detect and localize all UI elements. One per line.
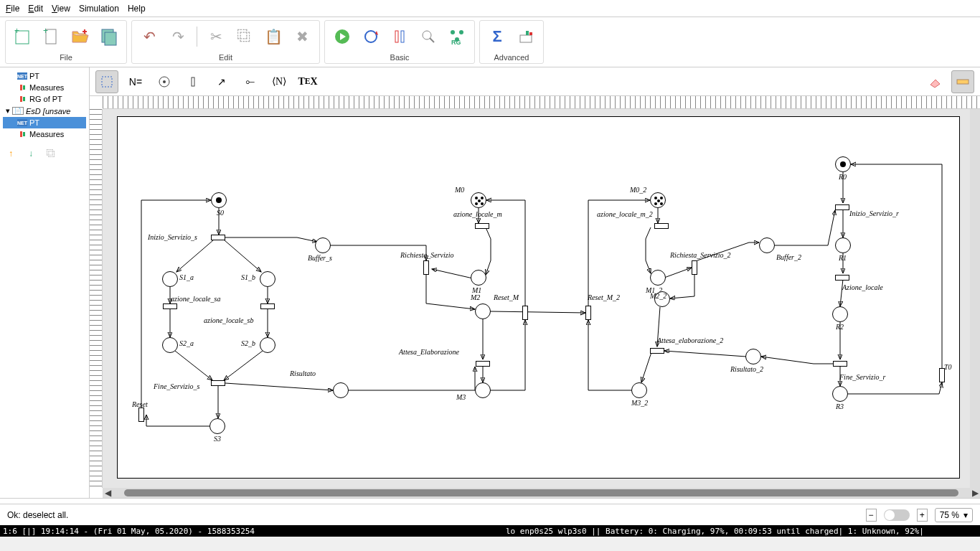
place-M3[interactable]	[475, 382, 491, 398]
zoom-in-icon[interactable]: +	[917, 509, 928, 522]
tree-pt[interactable]: NETPT	[3, 70, 86, 82]
sigma-icon[interactable]: Σ	[487, 27, 507, 47]
place-M2[interactable]	[475, 303, 491, 319]
redo-icon[interactable]: ↷	[168, 27, 188, 47]
place-Risultato[interactable]	[333, 382, 349, 398]
zoom-out-icon[interactable]: −	[866, 509, 877, 522]
tree-esd[interactable]: ▾ 📄 EsD [unsave	[3, 105, 86, 117]
ruler-icon[interactable]	[951, 70, 974, 93]
scrollbar-vertical[interactable]	[970, 109, 980, 488]
inhibitor-tool-icon[interactable]: ⟜	[239, 70, 262, 93]
label-S2b: S2_b	[241, 339, 255, 347]
loop-icon[interactable]	[361, 27, 381, 47]
advanced2-icon[interactable]	[516, 27, 536, 47]
tree-pt-sub[interactable]: NETPT	[3, 117, 86, 128]
cut-icon[interactable]: ✂	[206, 27, 226, 47]
menu-simulation[interactable]: Simulation	[79, 4, 119, 14]
place-R2[interactable]	[832, 306, 848, 322]
place-R0[interactable]	[835, 156, 851, 172]
label-T0: T0	[944, 363, 952, 371]
tree-rg[interactable]: RG of PT	[3, 93, 86, 105]
trans-Reset_M_2[interactable]	[585, 306, 591, 320]
svg-line-31	[175, 351, 212, 380]
menu-view[interactable]: View	[52, 4, 70, 14]
svg-rect-16	[520, 35, 532, 42]
menu-edit[interactable]: Edit	[28, 4, 43, 14]
place-S1b[interactable]	[260, 271, 275, 287]
n-tool[interactable]: ⟨N⟩	[268, 70, 291, 93]
group-label-edit: Edit	[132, 52, 319, 63]
place-S3[interactable]	[209, 418, 225, 434]
trans-azione_locale_sb[interactable]	[260, 303, 275, 309]
scrollbar-horizontal[interactable]: ◀▶	[103, 488, 980, 498]
place-M0[interactable]	[471, 192, 486, 208]
delete-icon[interactable]: ✖	[292, 27, 312, 47]
place-S2b[interactable]	[260, 337, 275, 353]
menu-help[interactable]: Help	[128, 4, 146, 14]
trans-Attesa_Elaborazione[interactable]	[476, 361, 490, 367]
arc-tool-icon[interactable]: ↗	[210, 70, 233, 93]
zoom-slider[interactable]	[884, 509, 910, 521]
trans-Inizio_Servizio_r[interactable]	[835, 204, 849, 210]
save-all-icon[interactable]	[99, 27, 119, 47]
new-net-icon[interactable]: +	[13, 27, 33, 47]
main-area: NETPT Measures RG of PT ▾ 📄 EsD [unsave …	[0, 67, 980, 498]
open-icon[interactable]	[70, 27, 90, 47]
trans-Fine_Servizio_s[interactable]	[211, 380, 225, 386]
place-Buffer_2[interactable]	[759, 237, 775, 253]
new-page-icon[interactable]: +	[42, 27, 62, 47]
place-M3_2[interactable]	[631, 382, 647, 398]
svg-line-34	[225, 383, 333, 390]
place-Buffer_s[interactable]	[315, 237, 331, 253]
svg-point-52	[481, 197, 484, 199]
place-tool-icon[interactable]	[153, 70, 176, 93]
trans-azione_locale_m[interactable]	[475, 223, 489, 229]
play-icon[interactable]	[332, 27, 352, 47]
place-Risultato_2[interactable]	[745, 349, 761, 364]
move-down-icon[interactable]: ↓	[24, 147, 37, 160]
trans-Reset_M[interactable]	[522, 306, 528, 320]
trans-Richiesta_Servizio_2[interactable]	[692, 260, 697, 275]
copy-icon[interactable]: ⿻	[235, 27, 255, 47]
label-S0: S0	[217, 209, 224, 217]
trans-Inizio_Servizio_s[interactable]	[211, 235, 225, 240]
paste-icon[interactable]: 📋	[263, 27, 283, 47]
trans-Reset[interactable]	[138, 408, 144, 422]
menu-file[interactable]: File	[6, 4, 19, 14]
zoom-select[interactable]: 75 %▾	[935, 508, 973, 522]
place-M0_2[interactable]	[650, 192, 666, 208]
trans-Azione_locale[interactable]	[835, 275, 849, 281]
undo-icon[interactable]: ↶	[139, 27, 159, 47]
trans-Attesa_elaborazione_2[interactable]	[650, 348, 664, 354]
transition-tool-icon[interactable]	[182, 70, 204, 93]
petri-net-page[interactable]: S0 S1_a S1_b S2_a S2_b S3 Buffer_s Risul…	[117, 116, 960, 479]
tree-measures-sub[interactable]: Measures	[3, 128, 86, 140]
trans-azione_locale_m_2[interactable]	[654, 223, 669, 229]
place-M1_2[interactable]	[650, 270, 666, 286]
eraser-icon[interactable]	[924, 70, 947, 93]
n-assign-tool[interactable]: N=	[124, 70, 147, 93]
tex-tool[interactable]: TEX	[296, 70, 319, 93]
tree-measures[interactable]: Measures	[3, 82, 86, 93]
place-S0[interactable]	[211, 192, 227, 208]
svg-line-42	[641, 352, 651, 382]
rg-icon[interactable]: RG	[447, 27, 467, 47]
trans-azione_locale_sa[interactable]	[163, 303, 177, 309]
place-R3[interactable]	[832, 386, 848, 402]
analyze-icon[interactable]	[418, 27, 438, 47]
unfold-icon[interactable]	[390, 27, 410, 47]
place-R1[interactable]	[835, 237, 851, 253]
trans-Richiesta_Servizio[interactable]	[423, 260, 429, 275]
svg-point-21	[163, 80, 166, 83]
select-tool-icon[interactable]	[95, 70, 118, 93]
duplicate-icon[interactable]: ⿻	[44, 147, 57, 160]
place-S2a[interactable]	[162, 337, 178, 353]
place-M1[interactable]	[471, 270, 486, 286]
move-up-icon[interactable]: ↑	[4, 147, 17, 160]
place-S1a[interactable]	[162, 271, 178, 287]
trans-Fine_Servizio_r[interactable]	[833, 361, 847, 367]
label-azione_locale_sa: azione_locale_sa	[171, 295, 220, 303]
canvas[interactable]: S0 S1_a S1_b S2_a S2_b S3 Buffer_s Risul…	[103, 109, 970, 488]
label-Inizio_Servizio_s: Inizio_Servizio_s	[148, 233, 197, 241]
svg-point-12	[451, 30, 455, 34]
